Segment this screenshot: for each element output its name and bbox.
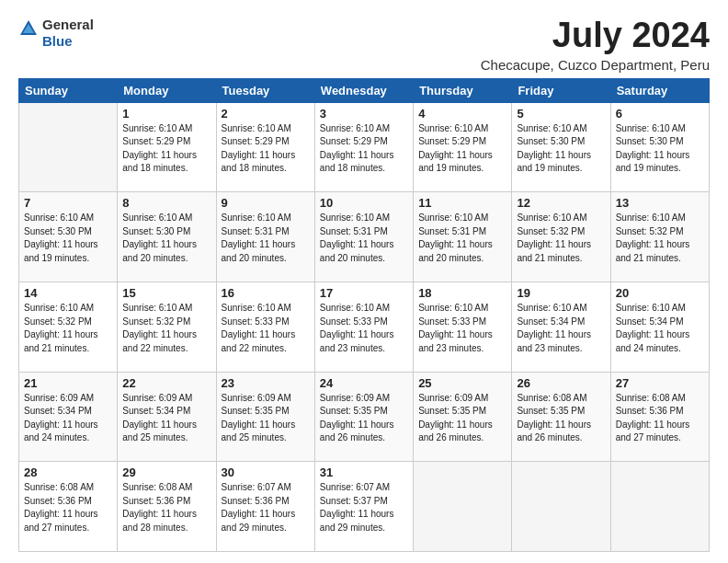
day-number: 21 [24, 376, 112, 390]
col-wednesday: Wednesday [314, 78, 413, 102]
day-info: Sunrise: 6:10 AM Sunset: 5:33 PM Dayligh… [222, 302, 310, 355]
day-number: 8 [122, 196, 210, 210]
table-row: 5Sunrise: 6:10 AM Sunset: 5:30 PM Daylig… [512, 102, 610, 192]
day-info: Sunrise: 6:10 AM Sunset: 5:34 PM Dayligh… [616, 302, 704, 355]
col-sunday: Sunday [19, 78, 118, 102]
calendar-week-row: 28Sunrise: 6:08 AM Sunset: 5:36 PM Dayli… [19, 462, 710, 552]
day-number: 18 [418, 286, 506, 300]
day-number: 12 [517, 196, 605, 210]
day-number: 29 [122, 465, 210, 479]
day-info: Sunrise: 6:10 AM Sunset: 5:30 PM Dayligh… [24, 212, 112, 265]
day-info: Sunrise: 6:07 AM Sunset: 5:36 PM Dayligh… [222, 481, 310, 534]
day-number: 27 [616, 376, 704, 390]
day-info: Sunrise: 6:10 AM Sunset: 5:33 PM Dayligh… [320, 302, 408, 355]
day-info: Sunrise: 6:08 AM Sunset: 5:36 PM Dayligh… [24, 481, 112, 534]
day-number: 22 [122, 376, 210, 390]
day-number: 4 [418, 107, 506, 121]
day-info: Sunrise: 6:10 AM Sunset: 5:30 PM Dayligh… [517, 122, 605, 176]
table-row: 14Sunrise: 6:10 AM Sunset: 5:32 PM Dayli… [19, 282, 118, 373]
day-number: 17 [320, 286, 408, 300]
table-row: 8Sunrise: 6:10 AM Sunset: 5:30 PM Daylig… [118, 192, 216, 282]
day-info: Sunrise: 6:10 AM Sunset: 5:29 PM Dayligh… [320, 122, 408, 176]
day-info: Sunrise: 6:10 AM Sunset: 5:31 PM Dayligh… [222, 212, 310, 265]
table-row: 18Sunrise: 6:10 AM Sunset: 5:33 PM Dayli… [414, 282, 512, 373]
day-number: 15 [122, 286, 210, 300]
table-row: 11Sunrise: 6:10 AM Sunset: 5:31 PM Dayli… [414, 192, 512, 282]
page: General Blue July 2024 Checacupe, Cuzco … [0, 0, 728, 563]
col-monday: Monday [118, 78, 216, 102]
subtitle: Checacupe, Cuzco Department, Peru [481, 57, 710, 73]
table-row [610, 462, 709, 552]
day-info: Sunrise: 6:08 AM Sunset: 5:36 PM Dayligh… [616, 392, 704, 445]
day-info: Sunrise: 6:10 AM Sunset: 5:29 PM Dayligh… [418, 122, 506, 176]
table-row: 28Sunrise: 6:08 AM Sunset: 5:36 PM Dayli… [19, 462, 118, 552]
table-row: 7Sunrise: 6:10 AM Sunset: 5:30 PM Daylig… [19, 192, 118, 282]
table-row: 22Sunrise: 6:09 AM Sunset: 5:34 PM Dayli… [118, 372, 216, 462]
main-title: July 2024 [481, 17, 710, 55]
title-block: July 2024 Checacupe, Cuzco Department, P… [481, 17, 710, 73]
day-number: 5 [517, 107, 605, 121]
day-info: Sunrise: 6:10 AM Sunset: 5:29 PM Dayligh… [222, 122, 310, 176]
day-info: Sunrise: 6:10 AM Sunset: 5:34 PM Dayligh… [517, 302, 605, 355]
day-number: 16 [222, 286, 310, 300]
day-info: Sunrise: 6:10 AM Sunset: 5:30 PM Dayligh… [122, 212, 210, 265]
table-row: 13Sunrise: 6:10 AM Sunset: 5:32 PM Dayli… [610, 192, 709, 282]
table-row: 26Sunrise: 6:08 AM Sunset: 5:35 PM Dayli… [512, 372, 610, 462]
day-info: Sunrise: 6:10 AM Sunset: 5:29 PM Dayligh… [122, 122, 210, 176]
day-info: Sunrise: 6:09 AM Sunset: 5:34 PM Dayligh… [122, 392, 210, 445]
table-row [414, 462, 512, 552]
calendar-week-row: 21Sunrise: 6:09 AM Sunset: 5:34 PM Dayli… [19, 372, 710, 462]
day-number: 30 [222, 465, 310, 479]
day-info: Sunrise: 6:10 AM Sunset: 5:32 PM Dayligh… [517, 212, 605, 265]
day-info: Sunrise: 6:10 AM Sunset: 5:31 PM Dayligh… [418, 212, 506, 265]
table-row: 10Sunrise: 6:10 AM Sunset: 5:31 PM Dayli… [314, 192, 413, 282]
day-info: Sunrise: 6:07 AM Sunset: 5:37 PM Dayligh… [320, 481, 408, 534]
calendar-week-row: 1Sunrise: 6:10 AM Sunset: 5:29 PM Daylig… [19, 102, 710, 192]
table-row: 19Sunrise: 6:10 AM Sunset: 5:34 PM Dayli… [512, 282, 610, 373]
col-friday: Friday [512, 78, 610, 102]
table-row: 23Sunrise: 6:09 AM Sunset: 5:35 PM Dayli… [216, 372, 314, 462]
table-row: 4Sunrise: 6:10 AM Sunset: 5:29 PM Daylig… [414, 102, 512, 192]
day-info: Sunrise: 6:10 AM Sunset: 5:33 PM Dayligh… [418, 302, 506, 355]
calendar-header-row: Sunday Monday Tuesday Wednesday Thursday… [19, 78, 710, 102]
table-row: 30Sunrise: 6:07 AM Sunset: 5:36 PM Dayli… [216, 462, 314, 552]
day-info: Sunrise: 6:10 AM Sunset: 5:31 PM Dayligh… [320, 212, 408, 265]
day-number: 28 [24, 465, 112, 479]
table-row: 15Sunrise: 6:10 AM Sunset: 5:32 PM Dayli… [118, 282, 216, 373]
day-number: 2 [222, 107, 310, 121]
calendar-table: Sunday Monday Tuesday Wednesday Thursday… [18, 78, 710, 552]
table-row: 20Sunrise: 6:10 AM Sunset: 5:34 PM Dayli… [610, 282, 709, 373]
day-number: 25 [418, 376, 506, 390]
day-number: 11 [418, 196, 506, 210]
col-tuesday: Tuesday [216, 78, 314, 102]
day-number: 19 [517, 286, 605, 300]
table-row: 17Sunrise: 6:10 AM Sunset: 5:33 PM Dayli… [314, 282, 413, 373]
table-row: 6Sunrise: 6:10 AM Sunset: 5:30 PM Daylig… [610, 102, 709, 192]
table-row: 25Sunrise: 6:09 AM Sunset: 5:35 PM Dayli… [414, 372, 512, 462]
table-row: 29Sunrise: 6:08 AM Sunset: 5:36 PM Dayli… [118, 462, 216, 552]
day-number: 9 [222, 196, 310, 210]
day-number: 23 [222, 376, 310, 390]
logo-text: General Blue [42, 17, 94, 49]
day-info: Sunrise: 6:09 AM Sunset: 5:35 PM Dayligh… [418, 392, 506, 445]
day-info: Sunrise: 6:10 AM Sunset: 5:32 PM Dayligh… [122, 302, 210, 355]
day-info: Sunrise: 6:09 AM Sunset: 5:34 PM Dayligh… [24, 392, 112, 445]
day-number: 14 [24, 286, 112, 300]
table-row: 12Sunrise: 6:10 AM Sunset: 5:32 PM Dayli… [512, 192, 610, 282]
day-info: Sunrise: 6:10 AM Sunset: 5:32 PM Dayligh… [616, 212, 704, 265]
day-number: 10 [320, 196, 408, 210]
table-row [512, 462, 610, 552]
table-row: 31Sunrise: 6:07 AM Sunset: 5:37 PM Dayli… [314, 462, 413, 552]
day-info: Sunrise: 6:09 AM Sunset: 5:35 PM Dayligh… [320, 392, 408, 445]
day-number: 26 [517, 376, 605, 390]
table-row: 1Sunrise: 6:10 AM Sunset: 5:29 PM Daylig… [118, 102, 216, 192]
logo-icon [18, 18, 39, 39]
day-number: 20 [616, 286, 704, 300]
table-row: 16Sunrise: 6:10 AM Sunset: 5:33 PM Dayli… [216, 282, 314, 373]
table-row: 3Sunrise: 6:10 AM Sunset: 5:29 PM Daylig… [314, 102, 413, 192]
day-info: Sunrise: 6:08 AM Sunset: 5:36 PM Dayligh… [122, 481, 210, 534]
calendar-week-row: 7Sunrise: 6:10 AM Sunset: 5:30 PM Daylig… [19, 192, 710, 282]
day-number: 24 [320, 376, 408, 390]
table-row: 2Sunrise: 6:10 AM Sunset: 5:29 PM Daylig… [216, 102, 314, 192]
col-thursday: Thursday [414, 78, 512, 102]
